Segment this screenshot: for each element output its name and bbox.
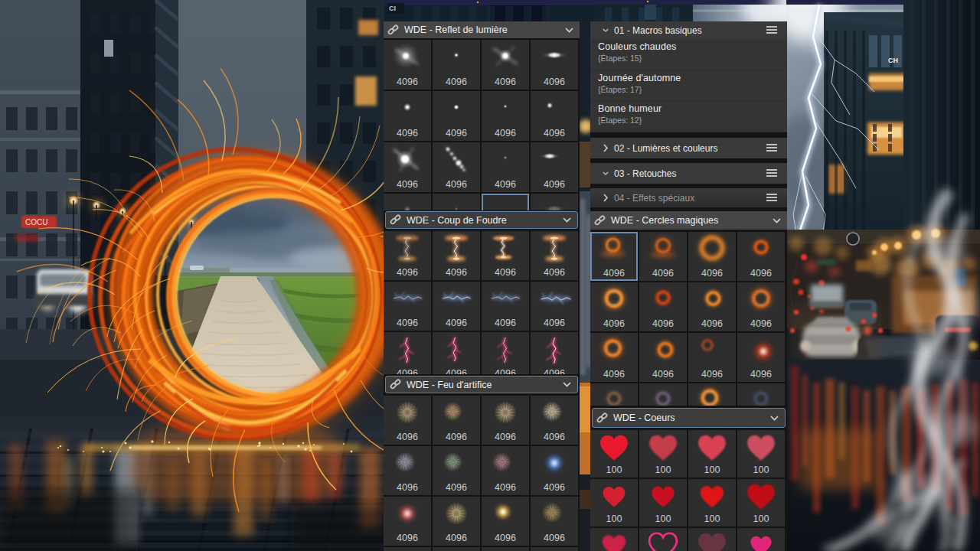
- svg-text:CH: CH: [888, 57, 898, 64]
- svg-text:COCU: COCU: [25, 218, 47, 227]
